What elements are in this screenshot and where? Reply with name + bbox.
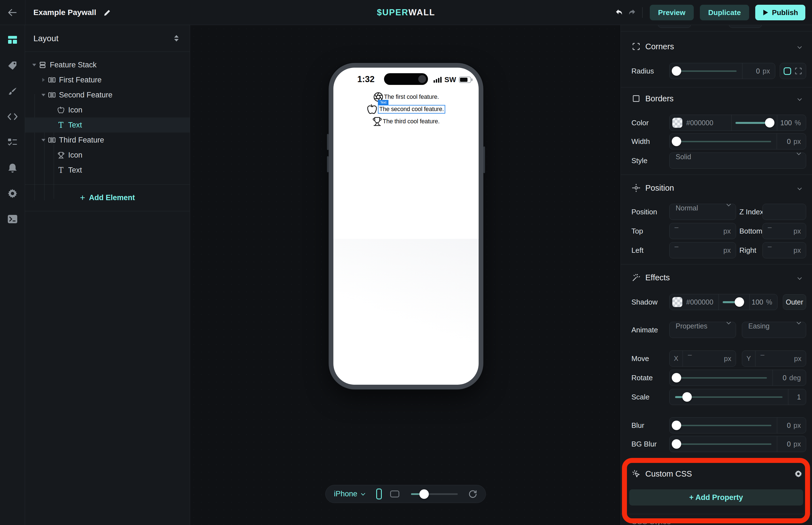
shadow-opacity-slider[interactable] xyxy=(719,294,748,310)
rotate-field[interactable]: 0 deg xyxy=(772,370,806,386)
rotate-slider[interactable] xyxy=(671,370,771,386)
phone-screen: 1:32 SW The first cool feature. xyxy=(333,68,479,385)
sort-layers-button[interactable] xyxy=(174,35,179,42)
scale-slider[interactable] xyxy=(671,389,786,405)
collapse-caret[interactable] xyxy=(31,64,38,66)
bg-blur-field[interactable]: 0 px xyxy=(777,436,806,452)
animate-properties-select[interactable]: Properties xyxy=(669,322,736,338)
portrait-orientation-button[interactable] xyxy=(376,489,382,499)
borders-section-header[interactable]: Borders xyxy=(621,90,812,107)
publish-button[interactable]: Publish xyxy=(755,5,805,20)
border-color-hex[interactable]: #000000 xyxy=(686,119,713,127)
tree-row-feature-stack[interactable]: Feature Stack xyxy=(25,57,190,72)
tree-row-second-feature[interactable]: Second Feature xyxy=(25,87,190,102)
placeholder: – xyxy=(768,223,794,239)
rail-item-settings[interactable] xyxy=(7,189,18,198)
selection-tag: Text xyxy=(378,100,388,105)
feature-text[interactable]: The first cool feature. xyxy=(384,93,439,101)
border-color-picker[interactable]: #000000 xyxy=(670,115,730,131)
duplicate-button[interactable]: Duplicate xyxy=(700,5,749,20)
add-element-button[interactable]: + Add Element xyxy=(25,184,190,211)
feature-text-selected[interactable]: Text The second cool feature. xyxy=(378,105,445,114)
position-section-header[interactable]: Position xyxy=(621,180,812,196)
scale-field[interactable]: 1 xyxy=(788,389,806,405)
tree-row-text[interactable]: T Text xyxy=(25,163,190,178)
tree-row-icon-apple[interactable]: Icon xyxy=(25,102,190,118)
position-select[interactable]: Normal xyxy=(669,204,736,220)
tag-icon xyxy=(7,60,17,71)
left-field[interactable]: – px xyxy=(669,242,736,258)
blur-slider[interactable] xyxy=(671,418,775,433)
undo-button[interactable] xyxy=(613,6,626,19)
chevron-down-icon[interactable] xyxy=(798,44,802,49)
expand-caret[interactable] xyxy=(40,78,47,82)
custom-css-section-header: Custom CSS xyxy=(621,465,812,482)
color-swatch[interactable] xyxy=(672,118,682,128)
tree-row-text-selected[interactable]: T Text xyxy=(25,118,190,133)
add-property-button[interactable]: + Add Property xyxy=(629,489,803,506)
redo-button[interactable] xyxy=(626,6,638,19)
tree-row-label: Icon xyxy=(68,106,82,115)
border-opacity-slider[interactable] xyxy=(731,115,775,131)
corners-section-header[interactable]: Corners xyxy=(621,38,812,55)
rail-item-products[interactable] xyxy=(7,60,18,71)
bottom-field[interactable]: – px xyxy=(763,223,806,239)
per-corner-radius-button[interactable] xyxy=(795,67,802,75)
move-x-field[interactable]: X – px xyxy=(669,350,736,366)
tree-row-label: Feature Stack xyxy=(50,61,96,69)
divider xyxy=(25,211,190,211)
tree-row-icon-trophy[interactable]: Icon xyxy=(25,148,190,163)
feature-row[interactable]: The third cool feature. xyxy=(372,115,440,127)
border-style-select[interactable]: Solid xyxy=(669,152,806,169)
preview-button[interactable]: Preview xyxy=(650,5,694,20)
animate-easing-select[interactable]: Easing xyxy=(742,322,806,338)
z-index-field[interactable] xyxy=(763,204,806,220)
blur-field[interactable]: 0 px xyxy=(777,418,806,433)
feature-row-selected[interactable]: Text The second cool feature. xyxy=(367,103,445,115)
shadow-color-hex[interactable]: #000000 xyxy=(686,298,713,306)
rail-item-theme[interactable] xyxy=(7,86,18,96)
editor-canvas[interactable]: 1:32 SW The first cool feature. xyxy=(190,25,621,525)
effects-section-header[interactable]: Effects xyxy=(621,269,812,286)
rail-item-variables[interactable] xyxy=(7,137,18,147)
feature-text[interactable]: The third cool feature. xyxy=(383,118,440,125)
right-field[interactable]: – px xyxy=(763,242,806,258)
canvas-zoom-slider[interactable] xyxy=(411,489,458,499)
landscape-orientation-button[interactable] xyxy=(390,491,400,497)
reset-view-button[interactable] xyxy=(468,490,477,498)
border-opacity-field[interactable]: 100 % xyxy=(777,115,806,131)
tree-row-third-feature[interactable]: Third Feature xyxy=(25,133,190,148)
chevron-down-icon[interactable] xyxy=(798,96,802,101)
rail-item-code[interactable] xyxy=(7,111,18,122)
paywall-editor: Example Paywall $UPERWALL Preview Duplic… xyxy=(0,0,812,525)
rail-item-notifications[interactable] xyxy=(7,163,18,173)
rail-item-console[interactable] xyxy=(7,214,18,224)
columns-icon xyxy=(47,136,57,144)
custom-css-settings-button[interactable] xyxy=(795,470,802,478)
border-width-control: 0 px xyxy=(669,133,806,149)
radius-value-field[interactable]: 0 px xyxy=(742,63,775,79)
bg-blur-slider[interactable] xyxy=(671,436,775,452)
collapse-caret[interactable] xyxy=(40,94,47,96)
border-width-slider[interactable] xyxy=(671,134,775,149)
rail-item-layout[interactable] xyxy=(7,35,18,45)
tree-row-first-feature[interactable]: First Feature xyxy=(25,72,190,87)
tree-row-label: Second Feature xyxy=(59,91,112,100)
radius-slider[interactable] xyxy=(671,63,740,79)
gear-icon xyxy=(795,470,802,478)
shadow-color-picker[interactable]: #000000 xyxy=(670,294,717,310)
chevron-down-icon[interactable] xyxy=(798,275,802,280)
shadow-opacity-field[interactable]: 100 % xyxy=(749,294,777,310)
position-value: Normal xyxy=(676,204,698,220)
chevron-down-icon[interactable] xyxy=(361,491,365,495)
color-swatch[interactable] xyxy=(672,297,682,307)
collapse-caret[interactable] xyxy=(40,139,47,141)
top-field[interactable]: – px xyxy=(669,223,736,239)
shadow-mode-button[interactable]: Outer xyxy=(783,294,806,310)
chevron-down-icon[interactable] xyxy=(798,186,802,190)
border-color-control: #000000 100 % xyxy=(669,115,806,131)
border-width-field[interactable]: 0 px xyxy=(777,134,806,149)
move-y-field[interactable]: Y – px xyxy=(742,350,806,366)
uniform-radius-button[interactable] xyxy=(784,68,791,75)
device-select[interactable]: iPhone xyxy=(334,490,357,498)
